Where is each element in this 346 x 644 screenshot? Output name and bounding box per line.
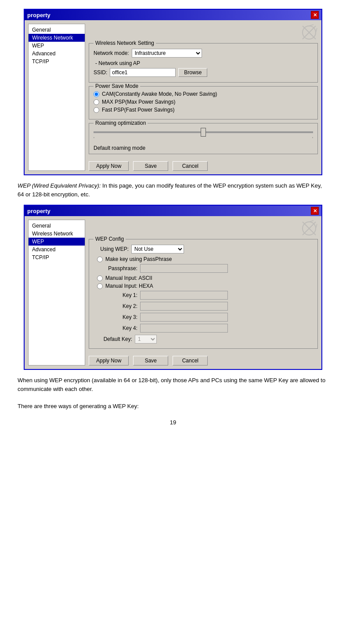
dialog2-body: General Wireless Network WEP Advanced TC… (25, 216, 321, 369)
power-label-max: MAX PSP(Max Power Savings) (102, 99, 175, 105)
key1-label: Key 1: (102, 292, 137, 298)
nav-item-general[interactable]: General (29, 26, 85, 34)
network-mode-row: Network mode: Infrastructure (94, 49, 313, 58)
cancel-button-1[interactable]: Cancel (173, 161, 208, 171)
using-wep-select[interactable]: Not Use (131, 245, 184, 253)
default-key-label: Default Key: (97, 336, 132, 342)
key4-input[interactable] (140, 324, 228, 333)
save-button-2[interactable]: Save (133, 356, 168, 365)
wep-radio-hexa-input[interactable] (97, 283, 103, 289)
passphrase-input[interactable] (140, 264, 228, 273)
default-key-select[interactable]: 1 (135, 335, 157, 344)
key4-label: Key 4: (102, 325, 137, 331)
power-radio-max[interactable] (94, 99, 99, 105)
dialog1-close-button[interactable]: ✕ (311, 11, 319, 19)
power-save-title: Power Save Mode (94, 83, 140, 89)
dialog1-body: General Wireless Network WEP Advanced TC… (25, 20, 321, 174)
network-mode-select[interactable]: Infrastructure (132, 49, 202, 58)
power-label-fast: Fast PSP(Fast Power Savings) (102, 107, 174, 113)
description1: WEP (Wired Equivalent Privacy): In this … (18, 181, 328, 199)
roaming-mode-label: Default roaming mode (94, 145, 313, 151)
passphrase-row: Passphrase: (102, 264, 313, 273)
slider-tick-left: ' (94, 137, 94, 141)
cancel-button-2[interactable]: Cancel (173, 356, 208, 365)
passphrase-label: Passphrase: (102, 265, 137, 271)
using-wep-label: Using WEP: (94, 246, 129, 252)
ssid-label: SSID: (94, 69, 107, 76)
ssid-row: SSID: Browse (94, 68, 313, 77)
wep-group-content: Using WEP: Not Use Make key using PassPh… (94, 245, 313, 344)
using-wep-row: Using WEP: Not Use (94, 245, 313, 253)
power-radio-cam[interactable] (94, 91, 99, 97)
wep-radio-passphrase: Make key using PassPhrase (97, 256, 313, 262)
key4-row: Key 4: (102, 324, 313, 333)
apply-now-button-2[interactable]: Apply Now (89, 356, 129, 365)
nav2-item-tcpip[interactable]: TCP/IP (29, 253, 85, 261)
svg-line-3 (309, 25, 314, 26)
dialog2-titlebar: property ✕ (25, 206, 321, 216)
page-number: 19 (9, 419, 337, 426)
nav-item-advanced[interactable]: Advanced (29, 50, 85, 58)
network-mode-label: Network mode: (94, 50, 129, 56)
nav-item-tcpip[interactable]: TCP/IP (29, 58, 85, 65)
description2-line2: There are three ways of generating a WEP… (18, 402, 328, 411)
roaming-group: Roaming optimization ' ' Default roaming… (89, 123, 318, 154)
dialog2-title: property (27, 208, 50, 214)
description2-line1: When using WEP encryption (available in … (18, 376, 328, 393)
dialog2-close-button[interactable]: ✕ (311, 207, 319, 215)
key3-row: Key 3: (102, 313, 313, 322)
watermark-icon (300, 24, 318, 41)
nav-item-wep[interactable]: WEP (29, 42, 85, 50)
svg-line-4 (316, 28, 317, 33)
nav2-item-wep[interactable]: WEP (29, 238, 85, 246)
key1-input[interactable] (140, 291, 228, 300)
dialog1-titlebar: property ✕ (25, 10, 321, 20)
ap-note: - Network using AP (95, 60, 313, 66)
svg-line-9 (316, 224, 317, 228)
nav-item-wireless[interactable]: Wireless Network (29, 34, 85, 42)
slider-tick-right: ' (312, 137, 313, 141)
nav2-item-advanced[interactable]: Advanced (29, 246, 85, 253)
browse-button[interactable]: Browse (178, 68, 207, 77)
dialog1-button-row: Apply Now Save Cancel (89, 158, 318, 171)
wireless-group-title: Wireless Network Setting (94, 40, 156, 46)
dialog-wep: property ✕ General Wireless Network WEP … (24, 205, 322, 370)
dialog2-nav-panel: General Wireless Network WEP Advanced TC… (28, 220, 85, 365)
key2-row: Key 2: (102, 302, 313, 311)
default-key-row: Default Key: 1 (97, 335, 313, 344)
roaming-slider-track (94, 131, 313, 133)
nav2-item-general[interactable]: General (29, 222, 85, 230)
roaming-title: Roaming optimization (94, 120, 148, 126)
roaming-slider-thumb[interactable] (201, 128, 206, 137)
wep-radio-ascii: Manual Input: ASCII (97, 275, 313, 281)
key2-input[interactable] (140, 302, 228, 311)
wep-group-title: WEP Config (94, 236, 126, 242)
wep-radio-passphrase-input[interactable] (97, 257, 103, 262)
wireless-group-content: Network mode: Infrastructure - Network u… (94, 49, 313, 77)
dialog1-content-panel: Wireless Network Setting Network mode: I… (89, 24, 318, 171)
apply-now-button-1[interactable]: Apply Now (89, 161, 129, 171)
power-option-max: MAX PSP(Max Power Savings) (94, 99, 313, 105)
description2: When using WEP encryption (available in … (18, 376, 328, 410)
power-save-group: Power Save Mode CAM(Constantly Awake Mod… (89, 86, 318, 119)
wep-label-passphrase: Make key using PassPhrase (105, 256, 172, 262)
wep-label-ascii: Manual Input: ASCII (105, 275, 152, 281)
key1-row: Key 1: (102, 291, 313, 300)
ssid-input[interactable] (110, 68, 176, 77)
wireless-network-setting-group: Wireless Network Setting Network mode: I… (89, 43, 318, 83)
watermark-icon-2 (300, 220, 318, 237)
key3-input[interactable] (140, 313, 228, 322)
svg-line-8 (309, 221, 314, 222)
dialog2-button-row: Apply Now Save Cancel (89, 352, 318, 365)
watermark-area-2 (89, 220, 318, 237)
wep-label-hexa: Manual Input: HEXA (105, 283, 153, 289)
nav2-item-wireless[interactable]: Wireless Network (29, 230, 85, 238)
slider-ticks: ' ' (94, 137, 313, 141)
dialog-wireless-network: property ✕ General Wireless Network WEP … (24, 9, 322, 175)
save-button-1[interactable]: Save (133, 161, 168, 171)
power-radio-fast[interactable] (94, 107, 99, 113)
wep-config-group: WEP Config Using WEP: Not Use Make key u… (89, 239, 318, 349)
dialog1-title: property (27, 12, 50, 18)
power-save-options: CAM(Constantly Awake Mode, No Power Savi… (94, 89, 313, 116)
wep-radio-ascii-input[interactable] (97, 275, 103, 281)
